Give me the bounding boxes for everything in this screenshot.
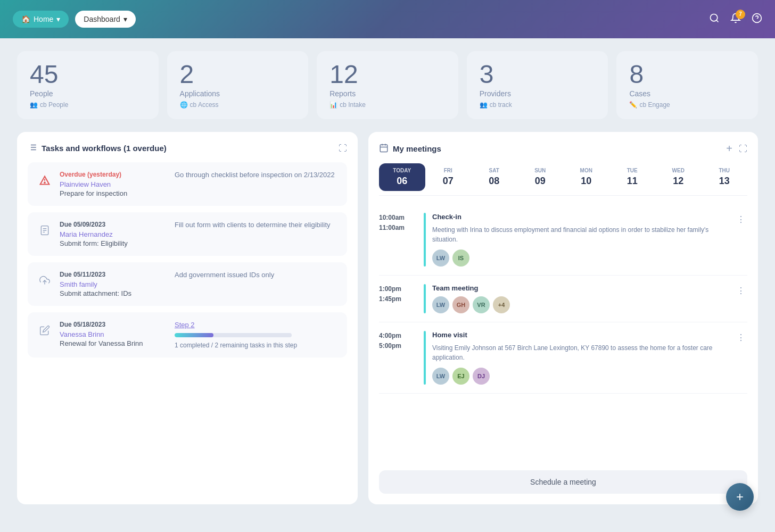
meeting-title: Check-in [432, 213, 728, 221]
meeting-item-checkin[interactable]: 10:00am 11:00am Check-in Meeting with Ir… [379, 204, 747, 276]
meeting-body-checkin: Check-in Meeting with Irina to discuss e… [432, 213, 728, 267]
meeting-avatars: LW EJ DJ [432, 368, 728, 385]
meeting-item-team[interactable]: 1:00pm 1:45pm Team meeting LW GH VR +4 ⋮ [379, 276, 747, 322]
fab-button[interactable]: + [726, 483, 754, 511]
calendar-day-sat[interactable]: SAT 08 [471, 163, 517, 191]
meeting-more-button[interactable]: ⋮ [735, 331, 747, 344]
svg-point-0 [711, 14, 718, 21]
home-icon: 🏠 [21, 15, 30, 23]
stat-number-providers: 3 [480, 62, 596, 87]
meeting-body-team: Team meeting LW GH VR +4 [432, 284, 728, 313]
applications-sub-icon: 🌐 [180, 101, 188, 109]
calendar-day-today[interactable]: TODAY 06 [379, 163, 425, 191]
meeting-desc: Visiting Emily Johnson at 567 Birch Lane… [432, 343, 728, 362]
stat-card-cases[interactable]: 8 Cases ✏️ cb Engage [616, 51, 758, 119]
avatar-lw: LW [432, 296, 449, 313]
task-description: Fill out form with clients to determine … [175, 221, 339, 247]
meeting-more-button[interactable]: ⋮ [735, 213, 747, 226]
meeting-desc: Meeting with Irina to discuss employment… [432, 225, 728, 244]
stat-label-applications: Applications [180, 89, 296, 98]
meetings-add-icon[interactable]: + [726, 143, 732, 155]
avatar-is: IS [452, 250, 469, 267]
stats-row: 45 People 👥 cb People 2 Applications 🌐 c… [17, 51, 758, 119]
avatar-gh: GH [452, 296, 469, 313]
reports-sub-icon: 📊 [329, 101, 337, 109]
task-pencil-icon [36, 322, 53, 339]
step-link[interactable]: Step 2 [175, 321, 195, 329]
calendar-icon [379, 143, 389, 154]
stat-number-people: 45 [30, 62, 146, 87]
header-actions: 7 [709, 13, 762, 26]
task-left: Due 05/11/2023 Smith family Submit attac… [60, 271, 166, 297]
avatar-dj: DJ [473, 368, 490, 385]
calendar-day-thu[interactable]: THU 13 [702, 163, 748, 191]
task-description: Add government issued IDs only [175, 271, 339, 297]
header-nav: 🏠 Home ▾ Dashboard ▾ [13, 11, 136, 28]
calendar-day-fri[interactable]: FRI 07 [425, 163, 472, 191]
task-progress-text: 1 completed / 2 remaining tasks in this … [175, 342, 339, 349]
schedule-meeting-button[interactable]: Schedule a meeting [379, 470, 747, 494]
stat-sub-applications: 🌐 cb Access [180, 101, 296, 109]
task-left: Due 05/18/2023 Vanessa Brinn Renewal for… [60, 321, 166, 349]
stat-sub-providers: 👥 cb track [480, 101, 596, 109]
meeting-title: Home visit [432, 331, 728, 339]
stat-sub-cases: ✏️ cb Engage [629, 101, 745, 109]
tasks-panel-icon [28, 143, 37, 154]
calendar-day-tue[interactable]: TUE 11 [609, 163, 656, 191]
task-item[interactable]: Due 05/11/2023 Smith family Submit attac… [28, 262, 347, 306]
task-link[interactable]: Plainview Haven [60, 180, 166, 188]
bottom-row: Tasks and workflows (1 overdue) ⛶ Overdu… [17, 132, 758, 504]
stat-card-providers[interactable]: 3 Providers 👥 cb track [467, 51, 608, 119]
dashboard-button[interactable]: Dashboard ▾ [75, 11, 136, 28]
stat-sub-reports: 📊 cb Intake [329, 101, 446, 109]
search-icon[interactable] [709, 13, 720, 26]
help-icon[interactable] [752, 13, 762, 26]
stat-card-applications[interactable]: 2 Applications 🌐 cb Access [167, 51, 309, 119]
task-due: Due 05/18/2023 [60, 321, 166, 328]
dashboard-chevron-icon: ▾ [123, 15, 127, 23]
calendar-day-mon[interactable]: MON 10 [563, 163, 609, 191]
task-item[interactable]: Overdue (yesterday) Plainview Haven Prep… [28, 162, 347, 206]
meeting-time-checkin: 10:00am 11:00am [379, 213, 417, 233]
svg-line-1 [716, 20, 719, 22]
app-header: 🏠 Home ▾ Dashboard ▾ 7 [0, 0, 775, 38]
stat-card-reports[interactable]: 12 Reports 📊 cb Intake [317, 51, 458, 119]
stat-label-cases: Cases [629, 89, 745, 98]
svg-rect-17 [380, 145, 388, 152]
task-name: Renewal for Vanessa Brinn [60, 339, 166, 347]
task-link[interactable]: Smith family [60, 280, 166, 288]
meetings-expand-icon[interactable]: ⛶ [739, 144, 747, 154]
progress-bar-container [175, 333, 292, 337]
task-progress-area: Step 2 1 completed / 2 remaining tasks i… [175, 321, 339, 349]
meetings-panel-header: My meetings + ⛶ [379, 143, 747, 155]
home-button[interactable]: 🏠 Home ▾ [13, 11, 69, 28]
people-sub-icon: 👥 [30, 101, 38, 109]
meetings-panel-actions: + ⛶ [726, 143, 747, 155]
meeting-indicator [424, 213, 426, 267]
task-link[interactable]: Maria Hernandez [60, 230, 166, 238]
main-content: 45 People 👥 cb People 2 Applications 🌐 c… [0, 38, 775, 517]
tasks-expand-icon[interactable]: ⛶ [339, 144, 347, 153]
calendar-week: TODAY 06 FRI 07 SAT 08 SUN 09 MON 10 [379, 163, 747, 196]
calendar-day-wed[interactable]: WED 12 [655, 163, 702, 191]
meeting-body-homevisit: Home visit Visiting Emily Johnson at 567… [432, 331, 728, 385]
meeting-more-button[interactable]: ⋮ [735, 284, 747, 297]
meeting-indicator [424, 284, 426, 313]
task-item[interactable]: Due 05/09/2023 Maria Hernandez Submit fo… [28, 212, 347, 256]
stat-number-reports: 12 [329, 62, 446, 87]
tasks-panel-title: Tasks and workflows (1 overdue) [28, 143, 167, 154]
stat-card-people[interactable]: 45 People 👥 cb People [17, 51, 159, 119]
task-overdue-icon [36, 172, 53, 189]
task-item[interactable]: Due 05/18/2023 Vanessa Brinn Renewal for… [28, 312, 347, 358]
task-link[interactable]: Vanessa Brinn [60, 330, 166, 338]
home-chevron-icon: ▾ [56, 15, 60, 23]
notifications-icon[interactable]: 7 [730, 13, 741, 26]
task-upload-icon [36, 272, 53, 289]
avatar-plus4: +4 [493, 296, 510, 313]
meeting-indicator [424, 331, 426, 385]
home-label: Home [34, 15, 53, 23]
meeting-title: Team meeting [432, 284, 728, 292]
task-left: Overdue (yesterday) Plainview Haven Prep… [60, 171, 166, 197]
calendar-day-sun[interactable]: SUN 09 [517, 163, 564, 191]
meeting-item-homevisit[interactable]: 4:00pm 5:00pm Home visit Visiting Emily … [379, 322, 747, 394]
